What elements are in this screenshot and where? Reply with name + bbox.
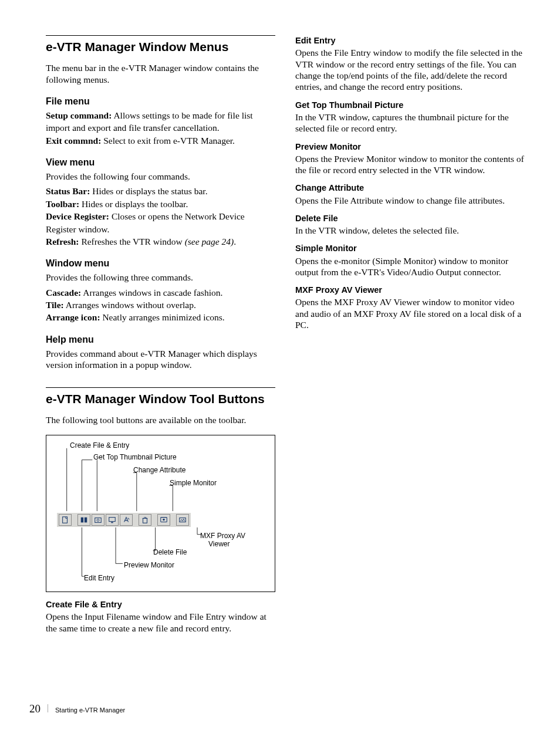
setup-command-cont: import and export and file transfer canc… <box>46 122 275 133</box>
mxf-viewer-icon <box>176 514 189 526</box>
get-thumbnail-icon <box>92 514 104 526</box>
svg-rect-1 <box>81 518 83 523</box>
svg-point-9 <box>163 519 165 521</box>
cascade-def: Cascade: Arranges windows in cascade fas… <box>46 287 275 298</box>
delete-file-icon <box>139 514 151 526</box>
preview-monitor-text: Opens the Preview Monitor window to moni… <box>295 153 525 176</box>
toolbar-diagram: Create File & Entry Get Top Thumbnail Pi… <box>46 435 275 592</box>
label-change-attribute: Change Attribute <box>133 466 185 475</box>
status-bar-def: Status Bar: Hides or displays the status… <box>46 185 275 197</box>
svg-rect-6 <box>111 522 113 523</box>
change-attribute-icon <box>120 514 133 526</box>
help-text: Provides command about e-VTR Manager whi… <box>46 348 275 371</box>
edit-entry-heading: Edit Entry <box>295 35 525 46</box>
window-menu-heading: Window menu <box>46 258 275 269</box>
section-title-menus: e-VTR Manager Window Menus <box>46 39 275 54</box>
delete-file-heading: Delete File <box>295 213 525 224</box>
svg-rect-3 <box>95 518 102 523</box>
chapter-name: Starting e-VTR Manager <box>55 707 125 715</box>
get-top-thumbnail-heading: Get Top Thumbnail Picture <box>295 100 525 110</box>
edit-entry-text: Opens the File Entry window to modify th… <box>295 47 525 93</box>
label-preview-monitor: Preview Monitor <box>124 561 174 570</box>
svg-point-4 <box>97 519 99 522</box>
arrange-icon-def: Arrange icon: Neatly arranges minimized … <box>46 312 275 323</box>
svg-rect-2 <box>85 518 87 523</box>
create-file-entry-heading: Create File & Entry <box>46 599 275 610</box>
simple-monitor-heading: Simple Monitor <box>295 243 525 254</box>
setup-command-def: Setup command: Allows settings to be mad… <box>46 110 275 121</box>
get-top-thumbnail-text: In the VTR window, captures the thumbnai… <box>295 111 525 134</box>
view-intro: Provides the following four commands. <box>46 171 275 182</box>
exit-command-def: Exit commnd: Select to exit from e-VTR M… <box>46 135 275 146</box>
intro-text: The menu bar in the e-VTR Manager window… <box>46 62 275 85</box>
label-edit-entry: Edit Entry <box>84 574 114 583</box>
toolbar-row <box>57 513 191 527</box>
create-file-entry-text: Opens the Input Filename window and File… <box>46 611 275 634</box>
window-intro: Provides the following three commands. <box>46 272 275 283</box>
change-attribute-text: Opens the File Attribute window to chang… <box>295 195 525 206</box>
label-simple-monitor: Simple Monitor <box>170 479 217 488</box>
label-get-top-thumbnail: Get Top Thumbnail Picture <box>93 453 177 462</box>
page-footer: 20 Starting e-VTR Manager <box>29 702 125 716</box>
preview-monitor-icon <box>106 514 119 526</box>
edit-entry-icon <box>77 514 90 526</box>
label-mxf-proxy-1: MXF Proxy AV <box>200 532 245 540</box>
view-menu-heading: View menu <box>46 157 275 168</box>
simple-monitor-text: Opens the e-monitor (Simple Monitor) win… <box>295 255 525 278</box>
label-mxf-proxy-2: Viewer <box>208 540 230 549</box>
delete-file-text: In the VTR window, deletes the selected … <box>295 225 525 236</box>
device-register-cont: Register window. <box>46 224 275 235</box>
device-register-def: Device Register: Closes or opens the Net… <box>46 211 275 222</box>
simple-monitor-icon <box>157 514 170 526</box>
create-file-icon <box>59 514 72 526</box>
refresh-def: Refresh: Refreshes the VTR window (see p… <box>46 236 275 247</box>
svg-rect-7 <box>143 519 147 523</box>
mxf-proxy-text: Opens the MXF Proxy AV Viewer window to … <box>295 296 525 330</box>
svg-rect-0 <box>63 517 68 523</box>
page-number: 20 <box>29 702 41 716</box>
help-menu-heading: Help menu <box>46 334 275 346</box>
preview-monitor-heading: Preview Monitor <box>295 141 525 152</box>
file-menu-heading: File menu <box>46 96 275 107</box>
tile-def: Tile: Arranges windows without overlap. <box>46 299 275 310</box>
section-title-tool-buttons: e-VTR Manager Window Tool Buttons <box>46 391 275 406</box>
toolbar-def: Toolbar: Hides or displays the toolbar. <box>46 198 275 209</box>
label-delete-file: Delete File <box>153 548 187 557</box>
tool-intro: The following tool buttons are available… <box>46 414 275 425</box>
svg-rect-5 <box>109 518 116 522</box>
label-create-file-entry: Create File & Entry <box>70 441 129 450</box>
change-attribute-heading: Change Attribute <box>295 182 525 193</box>
mxf-proxy-heading: MXF Proxy AV Viewer <box>295 285 525 295</box>
